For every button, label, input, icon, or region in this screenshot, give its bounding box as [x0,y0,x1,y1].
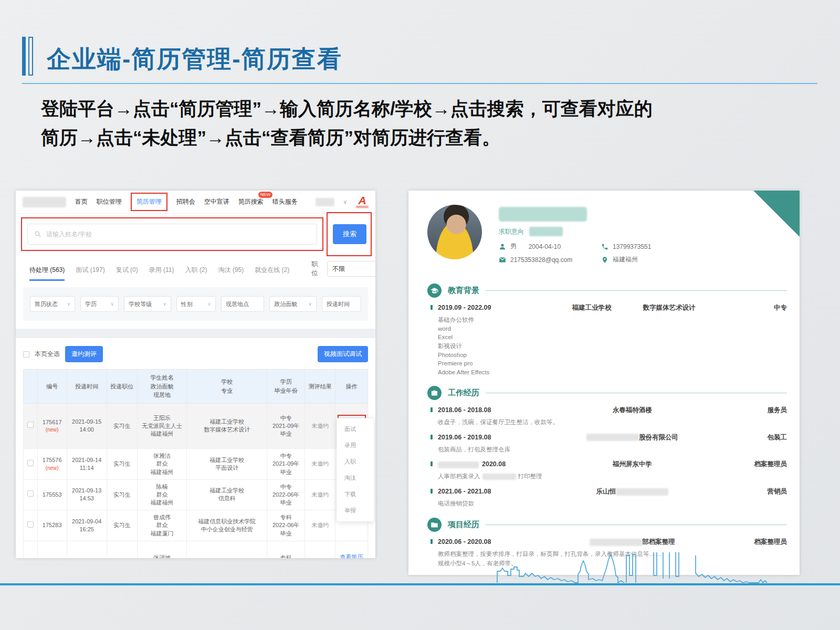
filter-gender[interactable]: 性别∨ [176,296,216,312]
table-row: 175234 2021-09-01 20:32 实习生 张训坡 群众 福建泉州 … [24,541,368,558]
nav-item-job-fair[interactable]: 招聘会 [176,197,195,206]
blurred-company-name [616,488,668,496]
action-hire[interactable]: 录用 [337,437,374,454]
filter-education[interactable]: 学历∨ [80,296,119,312]
filter-resume-status[interactable]: 简历状态∨ [30,296,75,312]
chevron-down-icon[interactable]: ∨ [343,199,347,205]
action-onboard[interactable]: 入职 [337,454,374,470]
title-decoration-bars [22,37,33,76]
education-entry: 2019.09 - 2022.09 福建工业学校 数字媒体艺术设计 中专 [438,303,787,312]
table-row: 175283 2021-09-04 16:25 实习生 曾成伟 群众 福建厦门 … [24,510,368,541]
view-resume-link[interactable]: 查看简历 [337,552,366,558]
table-row: 175617(new) 2021-09-15 14:00 实习生 王阳乐 无党派… [24,403,368,449]
search-placeholder: 请输入姓名/学校 [46,230,92,239]
position-filter: 职位 不限 ▼ [311,260,375,281]
action-eliminate[interactable]: 淘汰 [337,470,374,486]
instructions-line-1: 登陆平台→点击“简历管理”→输入简历名称/学校→点击搜索，可查看对应的 [41,94,797,123]
tab-second-interview[interactable]: 复试 (0) [116,266,138,281]
avatar [427,205,482,259]
filter-bar: 简历状态∨ 学历∨ 学校等级∨ 性别∨ 现居地点 政治面貌∨ 投递时间 [23,287,368,321]
row-action-dropdown: 面试 录用 入职 淘汰 下载 举报 [337,418,374,522]
invite-assessment-button[interactable]: 邀约测评 [65,346,103,362]
search-button[interactable]: 搜索 [333,224,366,244]
work-entry: 2018.06 - 2018.08 永春福特酒楼 服务员 [438,406,787,415]
job-intent-label: 求职意向 [499,227,524,236]
briefcase-icon [427,386,442,400]
blurred-candidate-name [499,207,587,222]
nav-item-job-management[interactable]: 职位管理 [97,197,122,206]
nav-item-air-presentation[interactable]: 空中宣讲 [204,197,229,206]
video-interview-test-button[interactable]: 视频面试调试 [318,346,368,362]
blurred-username [316,198,334,206]
resume-body: 教育背景 2019.09 - 2022.09 福建工业学校 数字媒体艺术设计 中… [408,264,800,575]
tab-employed-online[interactable]: 就业在线 (2) [255,266,289,281]
position-select[interactable]: 不限 ▼ [327,261,375,277]
phone-icon [601,243,608,250]
nav-item-resume-search-label: 简历搜索 [238,198,264,205]
list-toolbar: 本页全选 邀约测评 视频面试调试 [23,346,368,362]
blurred-date [438,461,479,468]
filter-political-status[interactable]: 政治面貌∨ [269,296,317,312]
filter-location[interactable]: 现居地点 [221,296,264,312]
nav-item-headhunting[interactable]: 猎头服务 [272,197,298,206]
blurred-site-logo [23,197,66,207]
work-section-header: 工作经历 [427,386,787,400]
corner-triangle-decoration [753,191,800,237]
phone-field: 13799373551 [601,242,779,251]
person-icon [499,243,506,250]
resume-detail-screenshot: 求职意向 男 2004-04-10 13799373551 2175353828 [408,191,800,575]
folder-icon [427,518,442,532]
top-nav: 首页 职位管理 简历管理 招聘会 空中宣讲 简历搜索 NEW 猎头服务 ∨ A [16,191,375,214]
row-checkbox[interactable] [27,460,34,466]
work-desc: 收盘子，洗碗，保证餐厅卫生整洁，收款等。 [438,418,787,427]
location-field: 福建福州 [601,255,779,264]
email-field: 2175353828@qq.com [499,255,601,264]
filter-school-level[interactable]: 学校等级∨ [124,296,171,312]
new-badge: NEW [258,192,272,198]
position-filter-label: 职位 [311,260,323,278]
tab-pending[interactable]: 待处理 (563) [29,266,65,281]
nav-item-resume-management[interactable]: 简历管理 [131,193,167,211]
tab-interview[interactable]: 面试 (197) [76,266,104,281]
tab-onboarded[interactable]: 入职 (2) [185,266,207,281]
row-checkbox[interactable] [27,521,34,528]
blurred-job-intent [529,227,563,236]
action-download[interactable]: 下载 [337,486,374,502]
action-interview[interactable]: 面试 [337,421,374,437]
select-all-label: 本页全选 [35,350,60,359]
search-section: 请输入姓名/学校 搜索 [16,214,375,258]
instructions-text: 登陆平台→点击“简历管理”→输入简历名称/学校→点击搜索，可查看对应的 简历→点… [41,94,797,152]
title-row: 企业端-简历管理-简历查看 [22,37,817,84]
filter-apply-time[interactable]: 投递时间 [322,296,361,312]
resume-list-card: 本页全选 邀约测评 视频面试调试 编号投递时间 投递职位学生姓名 政治面貌 现居… [16,338,375,558]
resume-header: 求职意向 男 2004-04-10 13799373551 2175353828 [408,191,800,264]
nav-item-home[interactable]: 首页 [75,197,88,206]
blurred-company-name [586,434,639,441]
brand-logo: A [356,196,369,208]
slide: 企业端-简历管理-简历查看 登陆平台→点击“简历管理”→输入简历名称/学校→点击… [0,0,840,630]
table-header-row: 编号投递时间 投递职位学生姓名 政治面貌 现居地 学校 专业学历 毕业年份 测评… [24,370,368,404]
row-checkbox[interactable] [27,490,34,497]
table-row: 175553 2021-09-13 14:53 实习生 陈楠 群众 福建福州 福… [24,479,368,510]
tab-eliminated[interactable]: 淘汰 (95) [218,266,244,281]
instructions-line-2: 简历→点击“未处理”→点击“查看简历”对简历进行查看。 [41,123,797,152]
nav-item-resume-search[interactable]: 简历搜索 NEW [238,197,264,206]
mail-icon [499,256,506,264]
project-entry: 2020.06 - 2020.08 部档案整理 档案整理员 [438,538,787,547]
select-all-checkbox[interactable] [23,351,29,358]
city-skyline-decoration [496,551,793,585]
action-report[interactable]: 举报 [337,502,374,519]
project-section-header: 项目经历 [427,518,787,532]
work-entry: 2020.08 福州屏东中学 档案整理员 [438,460,787,469]
resume-table: 编号投递时间 投递职位学生姓名 政治面貌 现居地 学校 专业学历 毕业年份 测评… [23,369,368,558]
row-checkbox[interactable] [27,422,34,428]
search-icon [34,230,41,238]
section-divider [16,329,375,338]
tab-hired[interactable]: 录用 (11) [149,266,174,281]
work-desc: 电话推销贷款 [438,499,787,509]
page-title: 企业端-简历管理-简历查看 [47,43,342,76]
skills-list: 基础办公软件 word Excel 影视设计 Photoshop Premier… [438,316,787,377]
education-section-header: 教育背景 [427,284,787,298]
search-input[interactable]: 请输入姓名/学校 [27,224,317,245]
table-row: 175576(new) 2021-09-14 11:14 实习生 张雅洁 群众 … [24,449,368,480]
